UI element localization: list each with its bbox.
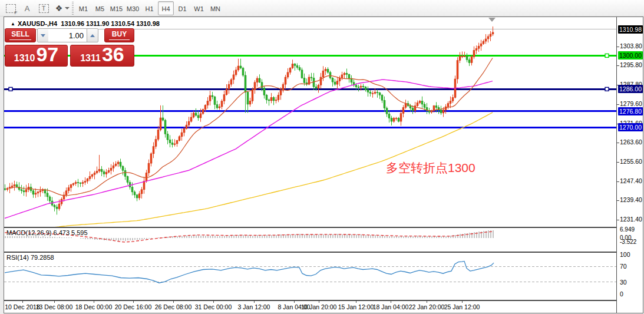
line-handle: [9, 87, 12, 91]
price-axis[interactable]: 1303.801295.801287.801279.601271.601263.…: [616, 17, 643, 313]
time-axis-label: 10 Jan 20:00: [301, 303, 337, 310]
time-axis-label: 10 Dec 2018: [5, 303, 40, 310]
time-tick-mark: [391, 301, 391, 303]
time-axis-label: 13 Dec 08:00: [36, 303, 72, 310]
chart-text-annotation: 多空转折点1300: [386, 160, 475, 176]
font-tool-icon[interactable]: A: [20, 1, 34, 15]
time-tick-mark: [213, 301, 214, 303]
buy-price-button[interactable]: 1311 36: [70, 45, 134, 67]
timeframe-button-mn[interactable]: MN: [207, 1, 223, 15]
time-tick-mark: [356, 301, 356, 303]
chart-window: ▲XAUUSD-,H4 1310.96 1311.90 1310.54 1310…: [4, 17, 643, 313]
rsi-line: [5, 261, 494, 283]
price-tick-label: 1255.60: [620, 158, 642, 165]
price-tick-label: 1231.40: [620, 216, 642, 223]
time-tick-mark: [94, 301, 94, 303]
line-handle: [605, 54, 609, 57]
rsi-scale-label: 0: [620, 290, 623, 298]
chart-shift-marker-icon[interactable]: [488, 18, 496, 22]
chart-title: ▲XAUUSD-,H4 1310.96 1311.90 1310.54 1310…: [11, 20, 160, 27]
timeframe-button-m30[interactable]: M30: [125, 1, 141, 15]
text-box-icon: T: [39, 4, 49, 13]
price-tick-mark: [617, 162, 619, 163]
buy-button[interactable]: BUY: [104, 28, 134, 42]
price-tick-mark: [617, 104, 619, 105]
caret-down-icon: [41, 34, 45, 37]
macd-canvas[interactable]: [4, 228, 616, 252]
top-toolbar: F A T ❖ M1M5M15M30H1H4D1W1MN: [0, 0, 644, 16]
text-label-tool-icon[interactable]: T: [37, 1, 51, 15]
time-tick-mark: [22, 301, 23, 303]
timeframe-button-h1[interactable]: H1: [141, 1, 157, 15]
time-axis-label: 22 Jan 20:00: [409, 303, 445, 310]
volume-decrease-button[interactable]: [37, 28, 49, 42]
time-axis-label: 25 Jan 12:00: [444, 303, 480, 310]
time-tick-mark: [54, 301, 55, 303]
price-badge: 1270.00: [618, 123, 643, 131]
ohlc-values: 1310.96 1311.90 1310.54 1310.98: [61, 20, 160, 27]
rsi-label: RSI(14) 79.2858: [6, 254, 54, 261]
volume-increase-button[interactable]: [87, 28, 98, 42]
collapse-triangle-icon: ▲: [11, 21, 15, 27]
rsi-canvas[interactable]: [4, 253, 616, 300]
timeframe-button-h4[interactable]: H4: [158, 1, 174, 15]
volume-input[interactable]: [48, 28, 87, 42]
buy-price-pips: 36: [102, 44, 124, 64]
caret-up-icon: [90, 34, 95, 37]
price-tick-mark: [617, 200, 619, 201]
timeframe-button-m1[interactable]: M1: [75, 1, 91, 15]
rsi-scale-label: 30: [620, 279, 627, 286]
buy-price-main: 1311: [80, 54, 101, 63]
price-badge: 1286.00: [618, 85, 643, 93]
line-handle: [605, 87, 609, 91]
price-tick-mark: [617, 47, 619, 47]
time-tick-mark: [173, 301, 174, 303]
price-tick-label: 1303.80: [620, 42, 642, 49]
time-axis-label: 26 Dec 08:00: [155, 303, 191, 310]
price-badge: 1310.98: [618, 25, 643, 34]
time-tick-mark: [133, 301, 134, 303]
time-axis-label: 31 Dec 00:00: [195, 303, 232, 310]
frame-tool-icon[interactable]: F: [4, 1, 18, 15]
rsi-scale-label: 100: [620, 251, 630, 258]
sell-price-pips: 97: [36, 44, 58, 64]
one-click-trade-panel: SELL BUY 1310 97 1311 36: [5, 28, 134, 66]
price-tick-label: 1263.60: [620, 138, 642, 146]
time-tick-mark: [254, 301, 255, 303]
dashed-frame-icon: F: [6, 4, 16, 13]
time-axis-label: 20 Dec 16:00: [115, 303, 151, 310]
timeframe-button-m15[interactable]: M15: [108, 1, 124, 15]
price-badge: 1300.00: [618, 51, 643, 60]
time-axis-label: 18 Jan 04:00: [373, 303, 409, 310]
time-axis-label: 15 Jan 12:00: [338, 303, 374, 310]
time-tick-mark: [319, 301, 319, 303]
price-tick-label: 1295.80: [620, 61, 642, 68]
rsi-scale-label: 70: [620, 263, 627, 270]
price-tick-mark: [617, 143, 619, 143]
symbol-period: XAUUSD-,H4: [18, 20, 57, 27]
timeframe-button-w1[interactable]: W1: [191, 1, 207, 15]
timeframe-button-d1[interactable]: D1: [174, 1, 190, 15]
price-tick-mark: [617, 220, 619, 220]
timeframe-button-m5[interactable]: M5: [92, 1, 108, 15]
price-tick-label: 1279.60: [620, 100, 642, 107]
arrows-dropdown-caret-icon[interactable]: [64, 1, 71, 15]
macd-scale-label: 6.949: [620, 226, 635, 233]
sell-price-main: 1310: [14, 54, 35, 63]
price-badge: 1276.80: [618, 107, 643, 115]
price-tick-label: 1247.40: [620, 177, 642, 184]
time-axis-label: 18 Dec 00:00: [75, 303, 112, 310]
time-tick-mark: [462, 301, 463, 303]
price-tick-label: 1239.40: [620, 196, 642, 203]
macd-label: MACD(12,26,9) 6.473 5.595: [6, 229, 88, 236]
price-tick-mark: [617, 181, 619, 182]
sell-price-button[interactable]: 1310 97: [5, 45, 68, 67]
toolbar-separator: [72, 2, 74, 15]
sell-button[interactable]: SELL: [5, 28, 36, 42]
time-tick-mark: [427, 301, 427, 303]
time-tick-mark: [294, 301, 295, 303]
price-tick-mark: [617, 65, 619, 66]
time-axis-label: 3 Jan 12:00: [238, 303, 270, 310]
macd-scale-label: -3.522: [620, 239, 636, 245]
time-axis[interactable]: 10 Dec 201813 Dec 08:0018 Dec 00:0020 De…: [4, 301, 616, 313]
